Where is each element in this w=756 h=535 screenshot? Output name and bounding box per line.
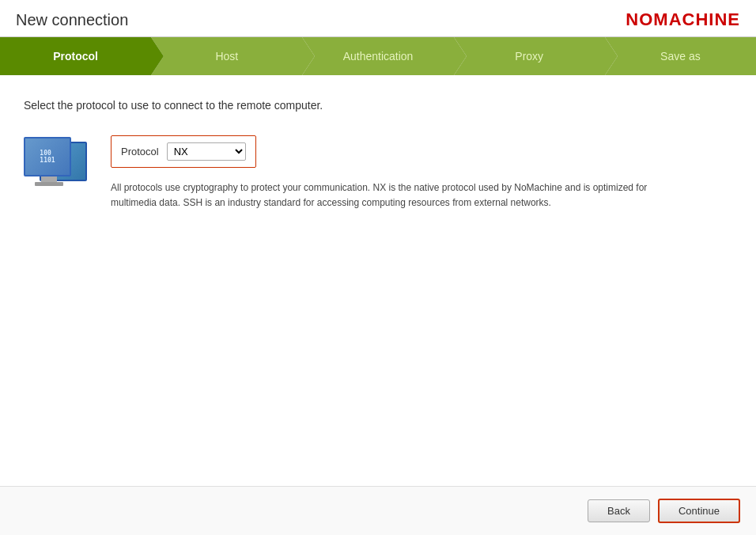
protocol-row: Protocol NX SSH HTTP [111,135,256,168]
protocol-label: Protocol [121,146,159,157]
step-authentication[interactable]: Authentication [302,37,453,75]
protocol-control: Protocol NX SSH HTTP All protocols use c… [111,135,648,211]
wizard-steps: Protocol Host Authentication Proxy Save … [0,37,756,75]
protocol-description: All protocols use cryptography to protec… [111,180,648,211]
window-title: New connection [16,11,128,29]
back-button[interactable]: Back [588,499,650,522]
step-save-as[interactable]: Save as [605,37,756,75]
main-content: Select the protocol to use to connect to… [0,75,756,486]
step-proxy[interactable]: Proxy [454,37,605,75]
nomachine-logo: NOMACHINE [626,9,740,30]
protocol-select[interactable]: NX SSH HTTP [167,142,246,161]
instruction-text: Select the protocol to use to connect to… [24,99,732,112]
window: New connection NOMACHINE Protocol Host A… [0,0,756,535]
protocol-section: 1001101 1001101 Protocol NX SSH HTTP [24,135,732,211]
monitor-base [35,182,63,186]
computer-icon: 1001101 1001101 [24,135,95,195]
step-protocol[interactable]: Protocol [0,37,151,75]
continue-button[interactable]: Continue [658,499,740,523]
footer: Back Continue [0,486,756,535]
step-host[interactable]: Host [151,37,302,75]
monitor-front: 1001101 [24,137,71,176]
header: New connection NOMACHINE [0,0,756,37]
